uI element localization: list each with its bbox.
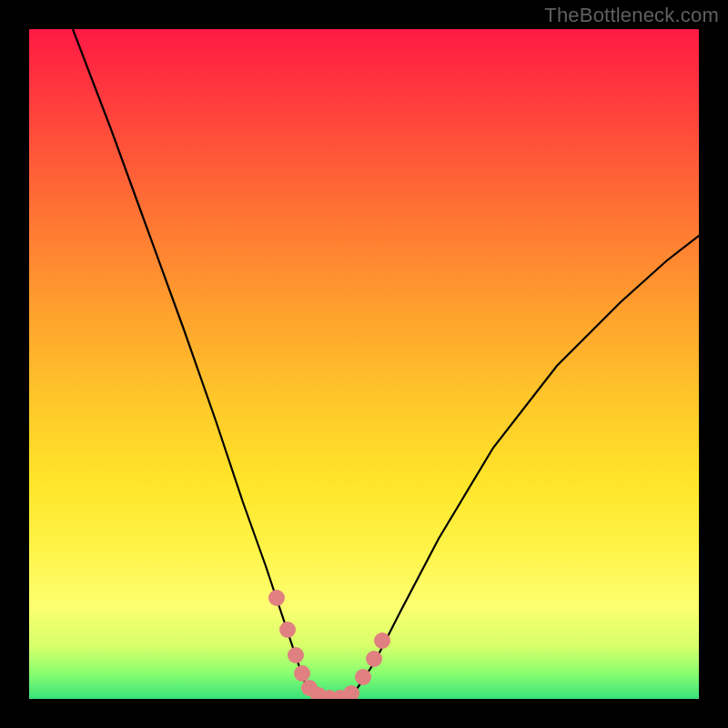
highlight-point [366, 651, 382, 667]
highlight-point [279, 622, 296, 638]
watermark-text: TheBottleneck.com [544, 4, 719, 27]
right-curve [355, 236, 699, 692]
highlight-markers [268, 590, 390, 699]
highlight-point [294, 665, 310, 682]
chart-frame: TheBottleneck.com [0, 0, 728, 728]
highlight-point [355, 669, 371, 685]
highlight-point [268, 590, 285, 606]
curve-layer [29, 29, 699, 699]
highlight-point [288, 647, 304, 663]
highlight-point [374, 632, 390, 649]
plot-area [29, 29, 699, 699]
